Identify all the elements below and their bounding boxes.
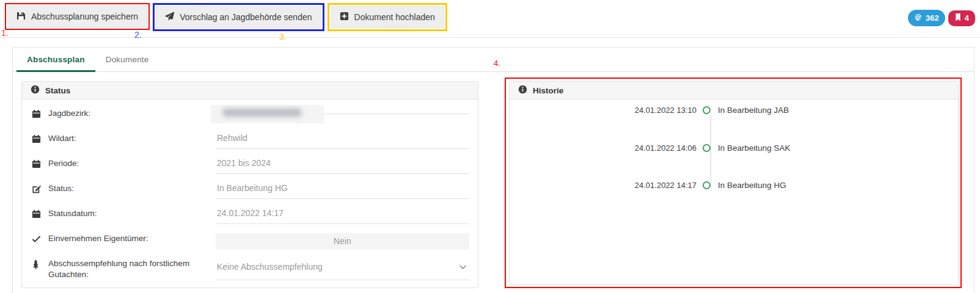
field-value-redacted	[216, 108, 469, 114]
send-proposal-button-label: Vorschlag an Jagdbehörde senden	[180, 12, 312, 22]
upload-document-button-label: Dokument hochladen	[354, 12, 435, 22]
upload-document-button[interactable]: Dokument hochladen	[331, 6, 444, 28]
toolbar: Abschussplanung speichern Vorschlag an J…	[0, 0, 980, 38]
field-value-readonly: Nein	[216, 233, 469, 250]
annotation-box-2: Vorschlag an Jagdbehörde senden	[153, 3, 324, 31]
tree-icon	[32, 258, 42, 272]
calendar-icon	[32, 133, 42, 146]
field-row-wildart: Wildart: Rehwild	[32, 133, 469, 158]
field-row-periode: Periode: 2021 bis 2024	[32, 158, 469, 183]
history-panel-title: Historie	[533, 86, 563, 95]
timeline-status: In Bearbeitung HG	[718, 181, 786, 190]
field-label: Status:	[42, 183, 216, 194]
calendar-icon	[32, 208, 42, 221]
timeline-entry: 24.01.2022 14:06 In Bearbeitung SAK	[510, 142, 958, 153]
badge-group: 362 4	[908, 10, 975, 26]
annotation-number-1: 1.	[1, 28, 9, 38]
field-label: Einvernehmen Eigentümer:	[42, 233, 216, 244]
tab-abschussplan-label: Abschussplan	[27, 55, 85, 64]
annotation-box-1: Abschussplanung speichern	[5, 3, 150, 30]
timeline-circle-icon	[703, 106, 711, 114]
plus-square-icon	[340, 12, 349, 23]
timeline-status: In Bearbeitung SAK	[718, 143, 791, 153]
annotation-number-4: 4.	[494, 59, 500, 68]
timeline-entry: 24.01.2022 14:17 In Bearbeitung HG	[510, 179, 958, 190]
edit-icon	[32, 183, 42, 196]
timeline-circle-icon	[703, 144, 711, 152]
info-icon	[518, 85, 527, 96]
bookmark-icon	[954, 13, 962, 23]
history-panel: Historie 24.01.2022 13:10 In Bearbeitung…	[509, 81, 959, 284]
calendar-icon	[32, 158, 42, 171]
field-row-statusdatum: Statusdatum: 24.01.2022 14:17	[32, 208, 469, 233]
field-label: Statusdatum:	[42, 208, 216, 219]
annotation-box-3: Dokument hochladen	[327, 3, 447, 31]
status-panel-title: Status	[45, 86, 70, 95]
field-value: 2021 bis 2024	[216, 158, 469, 174]
save-icon	[16, 11, 26, 22]
save-plan-button-label: Abschussplanung speichern	[31, 12, 138, 21]
save-plan-button[interactable]: Abschussplanung speichern	[7, 5, 147, 27]
field-label: Jagdbezirk:	[42, 108, 216, 119]
send-icon	[165, 12, 174, 23]
history-panel-header: Historie	[510, 82, 958, 99]
field-row-abschussempfehlung: Abschussempfehlung nach forstlichem Guta…	[32, 258, 469, 283]
abschussempfehlung-dropdown[interactable]: Keine Abschussempfehlung	[216, 262, 469, 280]
dropdown-value: Keine Abschussempfehlung	[217, 262, 323, 272]
timeline-circle-icon	[703, 181, 711, 189]
timeline-timestamp: 24.01.2022 14:17	[510, 181, 697, 190]
fingerprint-icon	[914, 13, 923, 23]
chevron-down-icon	[458, 262, 468, 274]
field-label: Abschussempfehlung nach forstlichem Guta…	[42, 258, 216, 280]
send-proposal-button[interactable]: Vorschlag an Jagdbehörde senden	[156, 6, 321, 28]
annotation-number-3: 3.	[279, 32, 287, 42]
toolbar-button-row: Abschussplanung speichern Vorschlag an J…	[5, 3, 447, 31]
timeline-timestamp: 24.01.2022 13:10	[510, 106, 697, 115]
field-label: Wildart:	[42, 133, 216, 144]
status-panel-header: Status	[22, 82, 478, 99]
bookmark-badge-count: 4	[965, 13, 969, 23]
calendar-icon	[32, 108, 42, 121]
fingerprint-badge[interactable]: 362	[908, 10, 945, 26]
timeline-timestamp: 24.01.2022 14:06	[510, 143, 697, 153]
tab-dokumente-label: Dokumente	[106, 55, 149, 64]
status-fields: Jagdbezirk: Wildart: Rehwild Periode: 20…	[22, 99, 478, 283]
redaction-blur	[223, 109, 301, 117]
field-row-status: Status: In Bearbeitung HG	[32, 183, 469, 208]
tab-dokumente[interactable]: Dokumente	[95, 48, 159, 71]
check-icon	[32, 233, 42, 246]
status-panel: Status Jagdbezirk: Wildart: Rehwild Peri…	[21, 81, 478, 288]
field-row-einvernehmen: Einvernehmen Eigentümer: Nein	[32, 233, 469, 258]
annotation-number-2: 2.	[134, 30, 142, 40]
tab-abschussplan[interactable]: Abschussplan	[16, 48, 95, 71]
field-label: Periode:	[42, 158, 216, 169]
info-icon	[31, 85, 40, 96]
timeline-entry: 24.01.2022 13:10 In Bearbeitung JAB	[510, 104, 958, 115]
bookmark-badge[interactable]: 4	[948, 10, 975, 26]
field-value: In Bearbeitung HG	[216, 183, 469, 199]
fingerprint-badge-count: 362	[926, 13, 939, 23]
field-row-jagdbezirk: Jagdbezirk:	[32, 108, 469, 133]
field-value: 24.01.2022 14:17	[216, 208, 469, 224]
field-value: Rehwild	[216, 133, 469, 149]
timeline-status: In Bearbeitung JAB	[718, 106, 789, 115]
history-timeline: 24.01.2022 13:10 In Bearbeitung JAB 24.0…	[510, 99, 958, 284]
